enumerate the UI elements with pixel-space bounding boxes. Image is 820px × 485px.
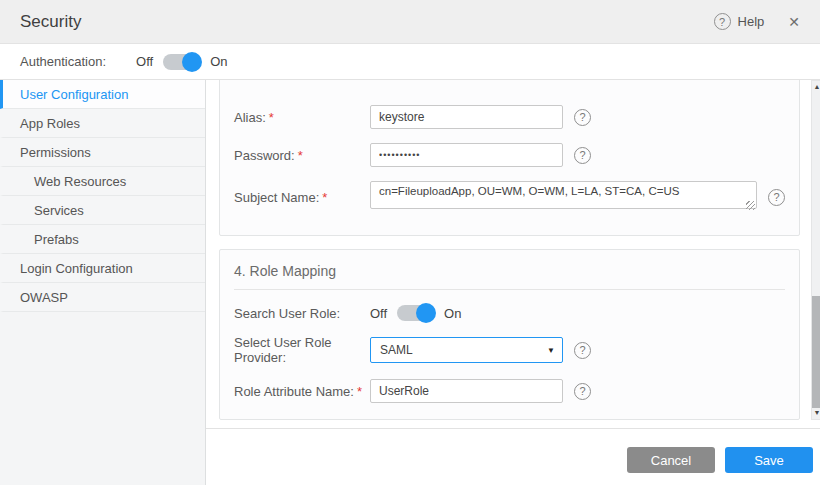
password-input[interactable] [370,143,563,167]
password-label: Password:* [234,148,370,163]
authentication-label: Authentication: [20,54,106,69]
required-marker: * [322,190,327,205]
alias-input[interactable] [370,105,563,129]
authentication-row: Authentication: Off On [0,44,820,80]
chevron-down-icon: ▼ [547,346,555,355]
scroll-down-arrow-icon[interactable]: ▼ [812,407,820,419]
close-icon[interactable]: ✕ [788,14,800,30]
sidebar-item-app-roles[interactable]: App Roles [0,109,205,138]
sidebar-item-login-configuration[interactable]: Login Configuration [0,254,205,283]
search-user-role-row: Search User Role: Off On [234,305,785,321]
title-bar: Security ? Help ✕ [0,0,820,44]
sidebar-item-web-resources[interactable]: Web Resources [0,167,205,196]
sidebar-item-prefabs[interactable]: Prefabs [0,225,205,254]
search-user-role-toggle[interactable] [397,305,434,321]
required-marker: * [357,384,362,399]
role-attribute-input[interactable] [370,379,563,403]
alias-row: Alias:* ? [234,105,785,129]
user-role-provider-row: Select User Role Provider: SAML ▼ ? [234,335,785,365]
user-role-provider-value: SAML [380,343,413,357]
vertical-scrollbar[interactable]: ▲ ▼ [811,80,820,420]
sidebar-item-user-configuration[interactable]: User Configuration [0,80,205,109]
toggle-knob [416,303,436,323]
role-attribute-help-icon[interactable]: ? [574,383,591,400]
required-marker: * [269,110,274,125]
alias-label: Alias:* [234,110,370,125]
sidebar-item-owasp[interactable]: OWASP [0,283,205,312]
scroll-viewport: Alias:* ? Password:* ? Subject Name:* cn… [206,80,820,420]
cancel-button[interactable]: Cancel [627,447,715,473]
content-area: Alias:* ? Password:* ? Subject Name:* cn… [206,80,820,485]
password-row: Password:* ? [234,143,785,167]
role-mapping-section-title: 4. Role Mapping [220,250,799,289]
search-user-role-on-label: On [444,306,461,321]
password-help-icon[interactable]: ? [574,147,591,164]
save-button[interactable]: Save [725,447,813,473]
subject-name-help-icon[interactable]: ? [768,189,785,206]
textarea-resize-handle[interactable] [746,201,755,210]
required-marker: * [298,148,303,163]
subject-name-row: Subject Name:* cn=FileuploadApp, OU=WM, … [234,181,785,213]
search-user-role-off-label: Off [370,306,387,321]
authentication-toggle[interactable] [163,54,200,70]
role-attribute-label: Role Attribute Name:* [234,384,370,399]
toggle-knob [182,52,202,72]
user-role-provider-help-icon[interactable]: ? [574,342,591,359]
certificate-section-card: Alias:* ? Password:* ? Subject Name:* cn… [219,80,800,236]
subject-name-label: Subject Name:* [234,190,370,205]
scroll-up-arrow-icon[interactable]: ▲ [812,81,820,93]
help-icon[interactable]: ? [714,13,731,30]
scrollbar-thumb[interactable] [812,296,820,408]
sidebar: User Configuration App Roles Permissions… [0,80,206,485]
user-role-provider-select[interactable]: SAML ▼ [370,337,563,363]
role-mapping-card: 4. Role Mapping Search User Role: Off On [219,249,800,420]
search-user-role-label: Search User Role: [234,306,370,321]
authentication-off-label: Off [136,54,153,69]
footer-actions: Cancel Save [206,429,820,473]
page-title: Security [20,12,81,32]
sidebar-item-permissions[interactable]: Permissions [0,138,205,167]
alias-help-icon[interactable]: ? [574,109,591,126]
authentication-on-label: On [210,54,227,69]
role-attribute-row: Role Attribute Name:* ? [234,379,785,403]
subject-name-textarea[interactable]: cn=FileuploadApp, OU=WM, O=WM, L=LA, ST=… [370,181,757,209]
sidebar-item-services[interactable]: Services [0,196,205,225]
help-link[interactable]: Help [738,14,765,29]
user-role-provider-label: Select User Role Provider: [234,335,370,365]
